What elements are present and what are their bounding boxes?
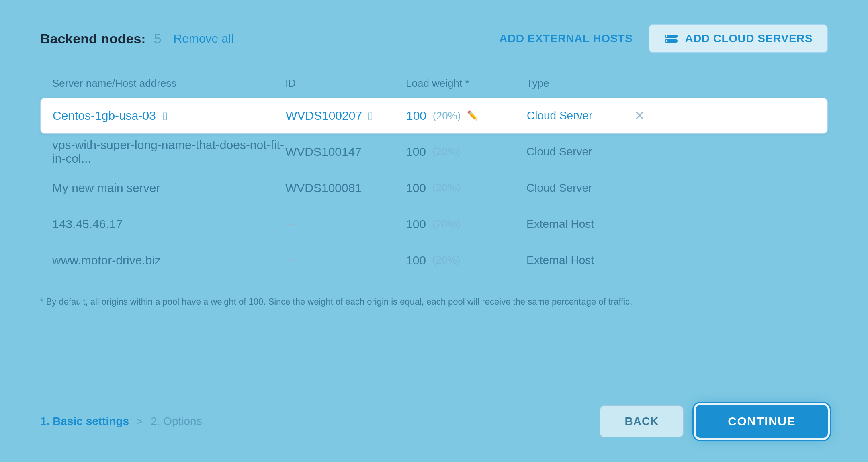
back-button[interactable]: BACK	[600, 405, 684, 437]
copy-name-icon[interactable]: ▯	[162, 110, 168, 121]
server-type-cell: Cloud Server	[526, 145, 627, 158]
breadcrumb-step2: 2. Options	[151, 415, 202, 428]
add-external-hosts-button[interactable]: ADD EXTERNAL HOSTS	[499, 32, 633, 45]
table-row: www.motor-drive.biz — 100 (20%) External…	[40, 242, 828, 278]
main-container: Backend nodes: 5 Remove all ADD EXTERNAL…	[0, 0, 868, 462]
load-weight-cell: 100 (20%)	[406, 145, 526, 159]
table-row: vps-with-super-long-name-that-does-not-f…	[40, 134, 828, 170]
col-header-name: Server name/Host address	[52, 77, 285, 90]
header-row: Backend nodes: 5 Remove all ADD EXTERNAL…	[40, 24, 828, 53]
server-id-cell: WVDS100147	[285, 145, 406, 159]
col-header-weight: Load weight *	[406, 77, 526, 90]
table-container: Server name/Host address ID Load weight …	[40, 77, 828, 389]
breadcrumb-separator: >	[137, 416, 143, 427]
server-id-cell: —	[285, 254, 406, 266]
load-weight-cell: 100 (20%)	[406, 253, 526, 267]
backend-nodes-count: 5	[154, 31, 162, 47]
server-type-cell: Cloud Server	[526, 182, 627, 194]
svg-point-2	[666, 35, 667, 37]
server-name-cell: Centos-1gb-usa-03 ▯	[53, 109, 286, 123]
cloud-server-icon	[664, 33, 678, 44]
server-id-cell: —	[285, 218, 406, 230]
load-weight-cell: 100 (20%)	[406, 217, 526, 231]
remove-all-button[interactable]: Remove all	[174, 32, 234, 45]
table-row: My new main server WVDS100081 100 (20%) …	[40, 170, 828, 206]
col-header-id: ID	[285, 77, 406, 90]
continue-button[interactable]: CONTINUE	[696, 405, 828, 438]
footer-buttons: BACK CONTINUE	[600, 405, 828, 438]
table-row: Centos-1gb-usa-03 ▯ WVDS100207 ▯ 100 (20…	[40, 98, 828, 134]
load-weight-cell: 100 (20%) ✏️	[406, 109, 527, 123]
breadcrumb-step1: 1. Basic settings	[40, 415, 129, 428]
server-id-cell: WVDS100081	[285, 181, 406, 195]
server-type-cell: External Host	[526, 254, 627, 267]
svg-point-3	[666, 40, 667, 42]
server-id-cell: WVDS100207 ▯	[286, 109, 406, 123]
footnote-text: * By default, all origins within a pool …	[40, 294, 828, 309]
table-row: 143.45.46.17 — 100 (20%) External Host	[40, 206, 828, 242]
load-weight-cell: 100 (20%)	[406, 181, 526, 195]
remove-row-button[interactable]: ✕	[627, 109, 651, 122]
server-name-cell: My new main server	[52, 181, 285, 195]
server-type-cell: External Host	[526, 218, 627, 231]
server-type-cell: Cloud Server	[527, 109, 627, 122]
header-actions: ADD EXTERNAL HOSTS ADD CLOUD SERVERS	[499, 24, 828, 53]
table-header: Server name/Host address ID Load weight …	[40, 77, 828, 90]
footer: 1. Basic settings > 2. Options BACK CONT…	[40, 389, 828, 438]
server-name-cell: vps-with-super-long-name-that-does-not-f…	[52, 138, 285, 166]
col-header-type: Type	[526, 77, 627, 90]
add-cloud-servers-button[interactable]: ADD CLOUD SERVERS	[649, 24, 828, 53]
server-name-cell: www.motor-drive.biz	[52, 253, 285, 267]
server-name-cell: 143.45.46.17	[52, 217, 285, 231]
edit-weight-icon[interactable]: ✏️	[467, 110, 478, 121]
copy-id-icon[interactable]: ▯	[368, 110, 373, 121]
backend-nodes-label: Backend nodes:	[40, 31, 146, 47]
breadcrumb: 1. Basic settings > 2. Options	[40, 415, 202, 428]
